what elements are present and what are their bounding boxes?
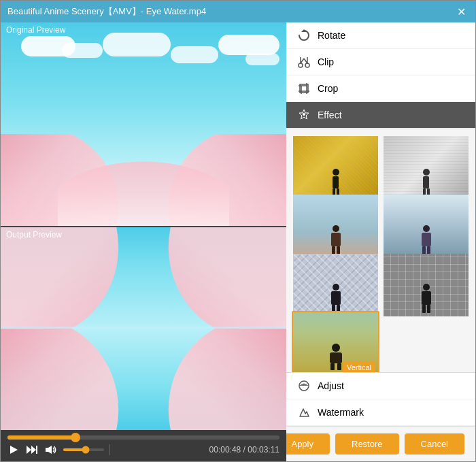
output-preview-label: Output Preview [1,227,67,242]
svg-marker-1 [27,446,31,454]
crop-icon [297,82,311,95]
progress-bar[interactable] [7,435,279,440]
effect-item-vertical[interactable]: Vertical [292,311,379,372]
sidebar-item-rotate[interactable]: Rotate [286,22,475,49]
menu-items: Rotate Clip [286,22,475,129]
blossom [1,134,286,225]
effect-item-grid[interactable] [382,252,470,318]
time-total: 00:03:11 [248,445,279,455]
rotate-label: Rotate [318,30,345,41]
effect-item-fabric[interactable] [292,252,379,318]
effect-item-cool[interactable] [382,193,470,259]
watermark-icon [297,406,311,419]
svg-marker-4 [46,446,52,454]
main-window: Beautiful Anime Scenery【AMV】- Eye Water.… [0,0,476,462]
rotate-icon [297,29,311,42]
watermark-label: Watermark [318,407,364,418]
play-button[interactable] [7,444,20,456]
sidebar-item-crop[interactable]: Crop [286,76,475,102]
time-display: 00:00:48 / 00:03:11 [209,445,279,455]
sidebar-item-effect[interactable]: Effect [286,102,475,129]
controls-row: 00:00:48 / 00:03:11 [7,444,279,456]
controls-bar: 00:00:48 / 00:03:11 [1,430,286,461]
effect-item-warm[interactable] [292,193,379,259]
left-panel: Original Preview [1,22,286,461]
action-bar: Apply Restore Cancel [286,426,475,461]
right-bottom: Adjust Watermark Apply Restore Cancel [286,372,475,461]
svg-marker-2 [31,446,36,454]
volume-thumb [82,446,90,454]
adjust-label: Adjust [318,380,344,391]
clip-icon [297,55,311,69]
fast-forward-button[interactable] [25,444,39,456]
volume-bar[interactable] [63,448,104,451]
time-current: 00:00:48 [209,445,241,455]
sidebar-item-adjust[interactable]: Adjust [286,373,475,399]
progress-thumb [71,433,80,442]
cancel-button[interactable]: Cancel [405,433,464,455]
svg-point-6 [299,63,303,67]
sidebar-item-watermark[interactable]: Watermark [286,399,475,426]
svg-point-7 [305,63,309,67]
output-preview: Output Preview [1,227,286,431]
svg-point-18 [303,113,305,116]
time-separator: / [241,445,248,455]
sidebar-item-clip[interactable]: Clip [286,49,475,76]
effect-item-sketch2[interactable] [382,135,470,201]
main-content: Original Preview [1,22,475,461]
divider [109,444,110,455]
svg-marker-0 [10,446,18,454]
restore-button[interactable]: Restore [335,433,399,455]
adjust-icon [297,379,311,393]
effect-label: Effect [318,110,342,120]
close-button[interactable]: ✕ [454,5,469,18]
original-preview-label: Original Preview [1,22,71,37]
crop-label: Crop [318,83,338,94]
svg-rect-3 [36,446,37,454]
effect-item-sketch1[interactable] [292,135,379,201]
apply-button[interactable]: Apply [286,433,330,455]
progress-fill [7,435,75,440]
output-preview-image [1,227,286,431]
clip-label: Clip [318,56,334,67]
right-panel: Rotate Clip [286,22,475,461]
original-preview-image [1,22,286,226]
window-title: Beautiful Anime Scenery【AMV】- Eye Water.… [7,5,206,18]
effect-grid: Vertical [286,129,475,372]
effect-icon [297,108,311,122]
original-preview: Original Preview [1,22,286,227]
title-bar: Beautiful Anime Scenery【AMV】- Eye Water.… [1,1,475,22]
volume-button[interactable] [44,444,58,456]
vertical-badge: Vertical [343,362,375,373]
